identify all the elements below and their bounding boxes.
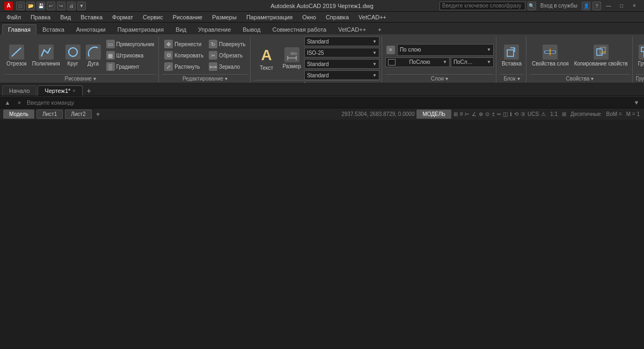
annotation-monitor-toggle[interactable]: ⚠ <box>541 111 546 117</box>
btn-arc[interactable]: Дуга <box>84 39 103 71</box>
linewidth-toggle[interactable]: ═ <box>497 111 501 117</box>
tab-output[interactable]: Вывод <box>237 24 266 34</box>
tab-manage[interactable]: Управление <box>192 24 237 34</box>
move-icon: ✥ <box>164 40 173 48</box>
snap-toggle[interactable]: ⊞ <box>453 111 458 117</box>
menu-bar: Файл Правка Вид Вставка Формат Сервис Ри… <box>0 12 644 23</box>
btn-circle-label: Круг <box>68 61 78 67</box>
layout-add-button[interactable]: + <box>94 110 103 119</box>
btn-trim[interactable]: ✂ Обрезать <box>207 50 247 61</box>
select-cycle-toggle[interactable]: ⟲ <box>514 111 518 117</box>
edit-group-label: Редактирование ▾ <box>162 74 247 83</box>
btn-group[interactable]: Группа <box>636 39 644 71</box>
dim-style-dropdown[interactable]: ISO-25▼ <box>304 48 379 57</box>
zoom-to-fit[interactable]: ⊞ <box>562 111 566 117</box>
btn-gradient[interactable]: ▒ Градиент <box>104 61 157 72</box>
cmd-arrow-icon[interactable]: ▼ <box>632 98 641 107</box>
btn-layer-props[interactable]: Свойства слоя <box>530 39 571 71</box>
current-layer-dropdown[interactable]: По слою▼ <box>397 44 494 56</box>
qa-redo[interactable]: ↪ <box>57 2 65 10</box>
qa-save[interactable]: 💾 <box>36 2 45 10</box>
ortho-toggle[interactable]: ⊢ <box>465 111 470 117</box>
menu-vetcad[interactable]: VetCAD++ <box>354 13 391 21</box>
btn-mirror[interactable]: ⟺ Зеркало <box>207 61 247 72</box>
btn-copy-props[interactable]: Копирование свойств <box>572 39 630 71</box>
menu-dimensions[interactable]: Размеры <box>208 13 241 21</box>
sign-in-link[interactable]: Вход в службы <box>538 3 580 9</box>
btn-rectangle[interactable]: ▭ Прямоугольник <box>104 39 157 49</box>
layout-tab-sheet2[interactable]: Лист2 <box>65 110 91 119</box>
lineweight-dropdown[interactable]: ПоСл… ▼ <box>451 57 494 67</box>
menu-view[interactable]: Вид <box>56 13 75 21</box>
grid-toggle[interactable]: # <box>460 111 463 117</box>
btn-circle[interactable]: Круг <box>63 39 83 71</box>
tab-annotations[interactable]: Аннотации <box>70 24 112 34</box>
layout-tab-sheet1[interactable]: Лист1 <box>36 110 63 119</box>
btn-layer-manager[interactable]: ≡ <box>385 45 396 55</box>
tab-add[interactable]: + <box>372 24 387 34</box>
search-input[interactable] <box>440 2 525 10</box>
btn-rotate[interactable]: ↻ Повернуть <box>207 39 247 49</box>
close-button[interactable]: × <box>629 2 640 10</box>
doc-tabs: Начало Чертеж1* × + <box>0 83 644 96</box>
annot-style-dropdowns: Standard▼ ISO-25▼ Standard▼ Standard▼ <box>304 37 379 80</box>
btn-copy[interactable]: ⧉ Копировать <box>162 50 206 61</box>
tab-view[interactable]: Вид <box>170 24 192 34</box>
text-style-dropdown[interactable]: Standard▼ <box>304 37 379 46</box>
tab-collaborate[interactable]: Совместная работа <box>267 24 333 34</box>
object-snap-toggle[interactable]: ⊙ <box>485 111 489 117</box>
menu-parametrize[interactable]: Параметризация <box>242 13 297 21</box>
minimize-button[interactable]: — <box>603 2 614 10</box>
new-tab-button[interactable]: + <box>84 86 94 96</box>
user-icon[interactable]: 👤 <box>582 2 590 10</box>
menu-format[interactable]: Формат <box>108 13 137 21</box>
menu-help[interactable]: Справка <box>321 13 353 21</box>
cmd-close-icon[interactable]: × <box>15 98 24 107</box>
tab-drawing1[interactable]: Чертеж1* × <box>38 85 82 96</box>
tab-home[interactable]: Главная <box>2 24 36 34</box>
btn-line[interactable]: Отрезок <box>4 39 29 71</box>
window-title: Autodesk AutoCAD 2019 Чертеж1.dwg <box>270 3 374 9</box>
qa-plot[interactable]: 🖨 <box>67 2 76 10</box>
qa-settings[interactable]: ▼ <box>77 2 86 10</box>
btn-text[interactable]: A Текст <box>254 42 280 75</box>
menu-insert[interactable]: Вставка <box>76 13 107 21</box>
color-dropdown[interactable]: ПоСлою ▼ <box>385 57 450 67</box>
polar-toggle[interactable]: ∠ <box>472 111 477 117</box>
btn-dimension[interactable]: dim Размер <box>281 42 303 75</box>
dynamic-input-toggle[interactable]: ± <box>492 111 495 117</box>
menu-edit[interactable]: Правка <box>26 13 55 21</box>
btn-insert-block[interactable]: Вставка <box>500 39 524 71</box>
quick-props-toggle[interactable]: ℹ <box>510 111 512 117</box>
qa-undo[interactable]: ↩ <box>47 2 55 10</box>
dynamic-ucs-toggle[interactable]: UCS <box>528 111 539 117</box>
layout-tab-model[interactable]: Модель <box>3 110 34 119</box>
menu-file[interactable]: Файл <box>2 13 25 21</box>
snap-points-toggle[interactable]: ⊕ <box>479 111 483 117</box>
tab-insert[interactable]: Вставка <box>36 24 70 34</box>
btn-stretch[interactable]: ⤢ Растянуть <box>162 61 206 72</box>
qa-new[interactable]: □ <box>16 2 25 10</box>
leader-style-dropdown[interactable]: Standard▼ <box>304 59 379 69</box>
tab-start[interactable]: Начало <box>2 85 36 96</box>
menu-window[interactable]: Окно <box>298 13 320 21</box>
table-style-dropdown[interactable]: Standard▼ <box>304 70 379 80</box>
tab-parametrize[interactable]: Параметризация <box>112 24 170 34</box>
qa-open[interactable]: 📂 <box>26 2 35 10</box>
maximize-button[interactable]: □ <box>616 2 627 10</box>
3d-object-snap-toggle[interactable]: ③ <box>521 111 525 117</box>
btn-polyline[interactable]: Полилиния <box>30 39 62 71</box>
tab-vetcad[interactable]: VetCAD++ <box>332 24 372 34</box>
btn-hatch[interactable]: ▦ Штриховка <box>104 50 157 61</box>
menu-draw[interactable]: Рисование <box>169 13 207 21</box>
cmd-expand-icon[interactable]: ▲ <box>3 98 12 107</box>
command-input[interactable] <box>27 99 629 106</box>
layer-row2: ПоСлою ▼ ПоСл… ▼ <box>385 57 494 67</box>
menu-service[interactable]: Сервис <box>138 13 167 21</box>
search-button[interactable]: 🔍 <box>528 2 536 10</box>
info-icon[interactable]: ? <box>592 2 601 10</box>
model-space-button[interactable]: МОДЕЛЬ <box>416 110 451 119</box>
btn-move[interactable]: ✥ Перенести <box>162 39 206 49</box>
transparency-toggle[interactable]: ◫ <box>503 111 508 117</box>
tab-drawing1-close[interactable]: × <box>72 88 75 93</box>
